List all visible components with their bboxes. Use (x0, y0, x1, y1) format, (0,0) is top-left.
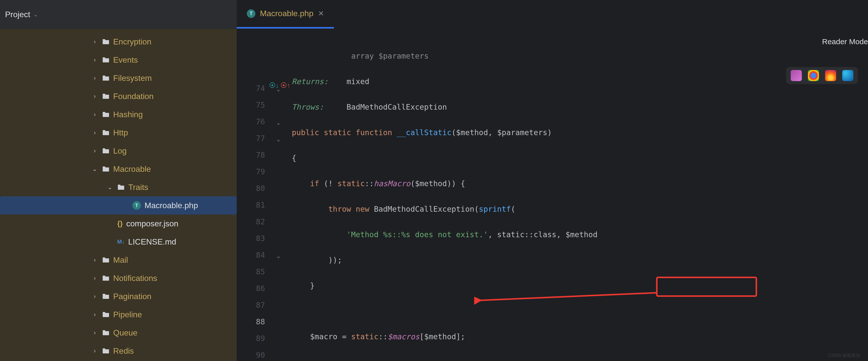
project-tool-header[interactable]: Project ⌄ (0, 0, 237, 29)
line-number[interactable]: 77 (237, 130, 265, 147)
tab-macroable[interactable]: T Macroable.php ✕ (237, 0, 334, 29)
chevron-right-icon[interactable]: › (91, 74, 98, 82)
tree-item-pagination[interactable]: ›Pagination (0, 287, 237, 305)
watermark: CSDN @谁甚负 (828, 353, 861, 359)
chevron-right-icon[interactable]: › (91, 56, 98, 63)
fold-toggle[interactable] (270, 163, 287, 180)
fold-toggle[interactable] (270, 347, 287, 361)
fold-gutter[interactable]: ⌄ ⌄⌄ ⌄ (270, 29, 287, 361)
str-method-missing: 'Method %s::%s does not exist.' (347, 230, 488, 239)
tree-item-http[interactable]: ›Http (0, 123, 237, 142)
project-tree[interactable]: ›Encryption›Events›Filesystem›Foundation… (0, 29, 237, 361)
tree-item-notifications[interactable]: ›Notifications (0, 269, 237, 287)
tree-item-label: Http (113, 128, 128, 138)
tree-item-label: Macroable (113, 164, 151, 174)
param-method: $method (456, 128, 488, 137)
line-number[interactable]: 75 (237, 97, 265, 114)
line-number[interactable]: 81 (237, 197, 265, 213)
line-number[interactable]: 89 (237, 330, 265, 347)
line-number[interactable]: 80 (237, 180, 265, 197)
fold-toggle[interactable] (270, 97, 287, 114)
tree-item-macroable[interactable]: ⌄Macroable (0, 160, 237, 178)
fold-toggle[interactable]: ⌄ (270, 130, 287, 147)
folder-icon (102, 257, 110, 263)
folder-icon (102, 38, 110, 45)
line-number[interactable]: 79 (237, 163, 265, 180)
chevron-right-icon[interactable]: › (91, 329, 98, 336)
tree-item-filesystem[interactable]: ›Filesystem (0, 69, 237, 87)
line-number[interactable]: 84 (237, 247, 265, 264)
chevron-down-icon[interactable]: ⌄ (277, 119, 280, 125)
tree-item-events[interactable]: ›Events (0, 51, 237, 69)
fold-toggle[interactable] (270, 330, 287, 347)
fold-toggle[interactable]: ⌄ (270, 114, 287, 130)
tree-item-label: Log (113, 146, 127, 156)
tree-item-redis[interactable]: ›Redis (0, 342, 237, 360)
fold-toggle[interactable] (270, 147, 287, 163)
line-number[interactable]: 82 (237, 213, 265, 230)
chevron-right-icon[interactable]: › (91, 129, 98, 136)
tree-item-label: Mail (113, 255, 128, 265)
project-sidebar: Project ⌄ ›Encryption›Events›Filesystem›… (0, 0, 237, 361)
tree-item-label: LICENSE.md (128, 237, 176, 246)
fold-toggle[interactable] (270, 297, 287, 313)
chevron-right-icon[interactable]: › (91, 275, 98, 282)
fn-callstatic: __callStatic (397, 128, 452, 137)
fold-toggle[interactable] (270, 230, 287, 247)
kw-new: new (356, 205, 369, 213)
close-icon[interactable]: ✕ (318, 9, 324, 18)
fold-toggle[interactable] (270, 213, 287, 230)
chevron-right-icon[interactable]: › (91, 38, 98, 45)
editor-area: T Macroable.php ✕ Reader Mode 7475767778… (237, 0, 868, 361)
tree-item-hashing[interactable]: ›Hashing (0, 106, 237, 123)
tree-item-encryption[interactable]: ›Encryption (0, 33, 237, 51)
line-number[interactable]: 78 (237, 147, 265, 163)
kw-if: if (310, 179, 319, 188)
fold-toggle[interactable] (270, 264, 287, 280)
fold-toggle[interactable] (270, 280, 287, 297)
tree-item-composer-json[interactable]: ›{}composer.json (0, 214, 237, 233)
line-number[interactable]: 88 (237, 313, 265, 330)
line-number-gutter[interactable]: 7475767778798081828384858687888990 (237, 29, 270, 361)
fold-toggle[interactable] (270, 313, 287, 330)
tree-item-traits[interactable]: ⌄Traits (0, 178, 237, 196)
tree-item-label: Filesystem (113, 73, 152, 83)
chevron-right-icon[interactable]: › (91, 111, 98, 118)
chevron-right-icon[interactable]: › (91, 293, 98, 300)
line-number[interactable]: 87 (237, 297, 265, 313)
chevron-right-icon[interactable]: › (91, 311, 98, 318)
kw-function: function (356, 128, 392, 137)
tree-item-label: Foundation (113, 92, 154, 101)
line-number[interactable]: 86 (237, 280, 265, 297)
fold-toggle[interactable] (270, 197, 287, 213)
code-editor[interactable]: array $parameters Returns: mixed Throws:… (287, 29, 868, 361)
override-down-icon[interactable]: ⦿↓ (269, 82, 279, 89)
chevron-down-icon: ⌄ (33, 12, 38, 18)
tree-item-macroable-php[interactable]: ›TMacroable.php (0, 196, 237, 214)
chevron-down-icon[interactable]: ⌄ (91, 166, 98, 173)
chevron-right-icon[interactable]: › (91, 257, 98, 264)
chevron-down-icon[interactable]: ⌄ (277, 252, 280, 259)
tree-item-mail[interactable]: ›Mail (0, 251, 237, 269)
tree-item-log[interactable]: ›Log (0, 142, 237, 160)
line-number[interactable]: 90 (237, 347, 265, 361)
line-number[interactable]: 85 (237, 264, 265, 280)
line-number[interactable]: 74 (237, 80, 265, 97)
chevron-down-icon[interactable]: ⌄ (106, 184, 114, 191)
line-number[interactable]: 76 (237, 114, 265, 130)
chevron-right-icon[interactable]: › (91, 93, 98, 100)
chevron-right-icon[interactable]: › (91, 348, 98, 355)
param-parameters: $parameters (497, 128, 548, 137)
line-number[interactable]: 83 (237, 230, 265, 247)
prop-macros: $macros (388, 332, 420, 341)
tree-item-queue[interactable]: ›Queue (0, 324, 237, 342)
tree-item-foundation[interactable]: ›Foundation (0, 87, 237, 106)
fold-toggle[interactable] (270, 180, 287, 197)
call-sprintf: sprintf (479, 205, 511, 213)
php-trait-file-icon: T (132, 201, 141, 210)
chevron-right-icon[interactable]: › (91, 147, 98, 154)
tree-item-pipeline[interactable]: ›Pipeline (0, 305, 237, 324)
tree-item-license-md[interactable]: ›M↓LICENSE.md (0, 233, 237, 251)
chevron-down-icon[interactable]: ⌄ (277, 136, 280, 142)
fold-toggle[interactable]: ⌄ (270, 247, 287, 264)
